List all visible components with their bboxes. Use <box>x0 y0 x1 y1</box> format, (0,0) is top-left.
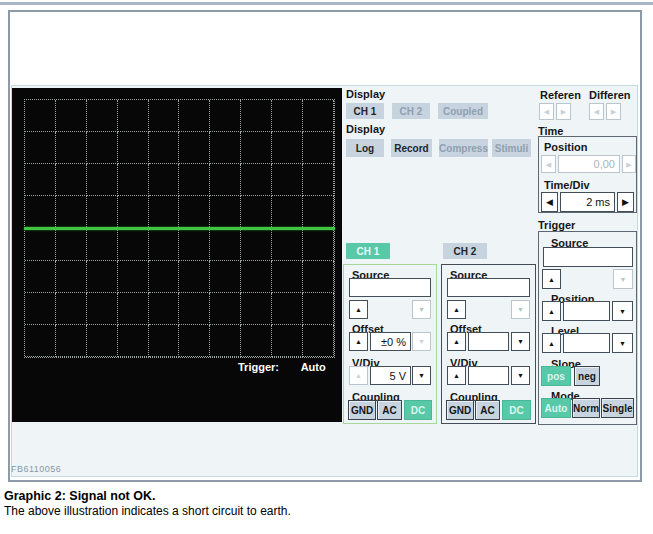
record-button[interactable]: Record <box>391 139 432 157</box>
caption-title: Graphic 2: Signal not OK. <box>4 489 155 503</box>
slope-pos-button[interactable]: pos <box>541 366 571 386</box>
time-div-label: Time/Div <box>544 180 590 191</box>
trigger-label: Trigger <box>538 220 575 231</box>
trigger-level-value[interactable] <box>563 333 610 353</box>
ch1-vdiv-down-button[interactable]: ▼ <box>412 366 431 385</box>
ch1-coupling-dc-button[interactable]: DC <box>404 400 432 420</box>
time-div-value: 2 ms <box>560 192 615 212</box>
ch2-offset-up-button[interactable]: ▲ <box>447 332 466 351</box>
top-divider <box>0 2 653 5</box>
ch1-source-field[interactable] <box>349 278 431 297</box>
trigger-status-label: Trigger: <box>238 361 279 373</box>
ch1-source-dropdown-button[interactable]: ▼ <box>412 300 431 319</box>
reference-next-button[interactable]: ▶ <box>556 103 571 120</box>
ch2-source-up-button[interactable]: ▲ <box>447 300 466 319</box>
up-arrow-icon: ▲ <box>355 306 362 313</box>
right-arrow-icon: ▶ <box>611 108 616 115</box>
down-arrow-icon: ▼ <box>619 308 626 315</box>
mode-single-button[interactable]: Single <box>601 398 634 418</box>
trigger-status: Trigger: Auto <box>238 361 326 373</box>
ch1-group: Source ▲ ▼ Offset ▲ ±0 % ▼ V/Div ▲ 5 V ▼… <box>343 264 437 424</box>
up-arrow-icon: ▲ <box>453 306 460 313</box>
trigger-status-value: Auto <box>301 361 326 373</box>
display-channels-label: Display <box>346 89 385 100</box>
display-coupled-button[interactable]: Coupled <box>438 103 488 119</box>
down-arrow-icon: ▼ <box>517 306 524 313</box>
up-arrow-icon: ▲ <box>453 338 460 345</box>
left-arrow-icon: ◀ <box>546 161 551 168</box>
down-arrow-icon: ▼ <box>418 306 425 313</box>
reference-label: Referen <box>540 90 581 101</box>
ch1-offset-up-button[interactable]: ▲ <box>349 332 368 351</box>
left-arrow-icon: ◀ <box>546 198 553 207</box>
down-arrow-icon: ▼ <box>418 372 425 379</box>
trigger-position-down-button[interactable]: ▼ <box>612 301 633 321</box>
signal-trace <box>24 227 335 230</box>
display-ch1-button[interactable]: CH 1 <box>346 103 384 119</box>
time-position-value: 0,00 <box>558 155 620 173</box>
ch2-vdiv-value <box>468 366 509 385</box>
down-arrow-icon: ▼ <box>620 276 627 283</box>
right-arrow-icon: ▶ <box>622 198 629 207</box>
trigger-source-up-button[interactable]: ▲ <box>542 269 561 289</box>
ch2-source-dropdown-button[interactable]: ▼ <box>511 300 530 319</box>
compress-button[interactable]: Compress <box>439 139 488 157</box>
trigger-source-dropdown-button[interactable]: ▼ <box>613 269 633 289</box>
time-div-decrease-button[interactable]: ◀ <box>541 192 558 212</box>
display-ch2-button[interactable]: CH 2 <box>392 103 430 119</box>
ch2-coupling-ac-button[interactable]: AC <box>475 400 500 420</box>
time-div-increase-button[interactable]: ▶ <box>617 192 634 212</box>
down-arrow-icon: ▼ <box>517 338 524 345</box>
trigger-source-field[interactable] <box>543 247 633 267</box>
ch1-vdiv-up-button[interactable]: ▲ <box>349 366 368 385</box>
trigger-position-value[interactable] <box>563 301 610 321</box>
scope-display: Trigger: Auto <box>12 88 342 422</box>
ch2-vdiv-up-button[interactable]: ▲ <box>447 366 466 385</box>
difference-prev-button[interactable]: ◀ <box>589 103 604 120</box>
difference-next-button[interactable]: ▶ <box>606 103 621 120</box>
slope-neg-button[interactable]: neg <box>574 366 600 386</box>
ch1-coupling-gnd-button[interactable]: GND <box>348 400 376 420</box>
page: Trigger: Auto Display CH 1 CH 2 Coupled … <box>0 0 653 534</box>
ch2-tab-button[interactable]: CH 2 <box>443 243 487 259</box>
right-arrow-icon: ▶ <box>626 161 631 168</box>
time-position-increase-button[interactable]: ▶ <box>622 155 636 173</box>
trigger-group: Source ▲ ▼ Position ▲ ▼ Level ▲ ▼ Slope … <box>538 231 637 425</box>
log-button[interactable]: Log <box>346 139 384 157</box>
time-position-label: Position <box>544 142 587 153</box>
down-arrow-icon: ▼ <box>619 340 626 347</box>
up-arrow-icon: ▲ <box>548 340 555 347</box>
display-modes-label: Display <box>346 124 385 135</box>
ch2-offset-value <box>468 332 509 351</box>
ch2-source-field[interactable] <box>447 278 530 297</box>
caption-body: The above illustration indicates a short… <box>4 504 291 518</box>
ch1-vdiv-value: 5 V <box>370 366 411 385</box>
ch1-tab-button[interactable]: CH 1 <box>346 243 390 259</box>
up-arrow-icon: ▲ <box>453 372 460 379</box>
right-arrow-icon: ▶ <box>561 108 566 115</box>
time-position-decrease-button[interactable]: ◀ <box>541 155 556 173</box>
ch2-offset-down-button[interactable]: ▼ <box>511 332 530 351</box>
stimuli-button[interactable]: Stimuli <box>492 139 531 157</box>
trigger-level-down-button[interactable]: ▼ <box>612 333 633 353</box>
reference-prev-button[interactable]: ◀ <box>539 103 554 120</box>
ch1-coupling-ac-button[interactable]: AC <box>377 400 402 420</box>
difference-label: Differen <box>589 90 631 101</box>
ch2-vdiv-down-button[interactable]: ▼ <box>511 366 530 385</box>
ch1-source-up-button[interactable]: ▲ <box>349 300 368 319</box>
ch1-offset-value: ±0 % <box>370 332 411 351</box>
up-arrow-icon: ▲ <box>548 276 555 283</box>
down-arrow-icon: ▼ <box>517 372 524 379</box>
mode-auto-button[interactable]: Auto <box>541 398 571 418</box>
down-arrow-icon: ▼ <box>418 338 425 345</box>
ch1-offset-down-button[interactable]: ▼ <box>412 332 431 351</box>
figure-code: FB6110056 <box>11 464 61 474</box>
ch2-coupling-dc-button[interactable]: DC <box>502 400 531 420</box>
ch2-coupling-gnd-button[interactable]: GND <box>446 400 474 420</box>
ch2-group: Source ▲ ▼ Offset ▲ ▼ V/Div ▲ ▼ Coupling… <box>441 264 536 424</box>
trigger-level-up-button[interactable]: ▲ <box>542 333 561 353</box>
trigger-position-up-button[interactable]: ▲ <box>542 301 561 321</box>
time-group: Position ◀ 0,00 ▶ Time/Div ◀ 2 ms ▶ <box>538 136 637 213</box>
up-arrow-icon: ▲ <box>355 338 362 345</box>
mode-norm-button[interactable]: Norm <box>572 398 600 418</box>
